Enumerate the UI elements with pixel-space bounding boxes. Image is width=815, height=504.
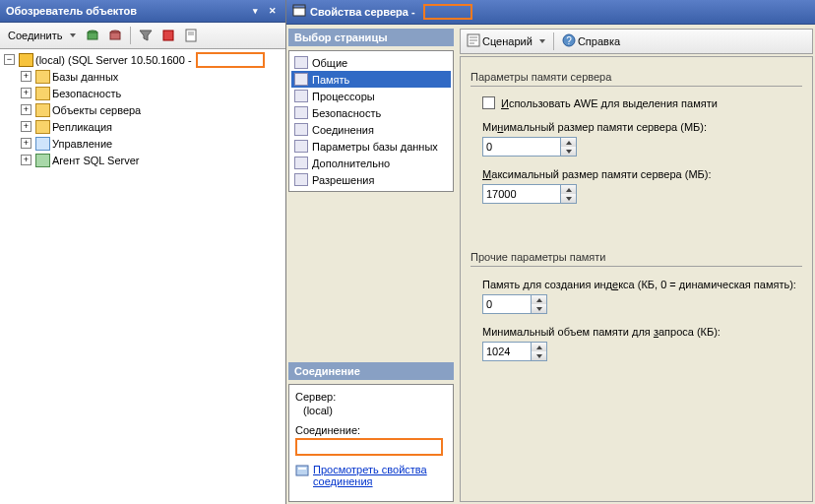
server-properties-dialog: Свойства сервера - Выбор страницы Общие … — [286, 0, 815, 504]
max-memory-label: Максимальный размер памяти сервера (МБ): — [482, 168, 802, 180]
dialog-toolbar: Сценарий ? Справка — [460, 29, 813, 54]
query-memory-label: Минимальный объем памяти для запроса (КБ… — [482, 326, 802, 338]
window-icon — [292, 4, 306, 20]
awe-checkbox[interactable] — [482, 96, 495, 109]
tree-node-management[interactable]: +Управление — [21, 135, 283, 152]
svg-rect-9 — [293, 5, 305, 8]
page-icon — [294, 90, 308, 102]
spin-down-button[interactable] — [532, 304, 546, 313]
tree-node-sql-agent[interactable]: +Агент SQL Server — [21, 152, 283, 168]
tree-node-replication[interactable]: +Репликация — [21, 118, 283, 135]
expand-icon[interactable]: + — [21, 88, 31, 98]
min-memory-label: Минимальный размер памяти сервера (МБ): — [482, 121, 802, 133]
expand-icon[interactable]: + — [21, 121, 31, 132]
object-explorer-tree[interactable]: − (local) (SQL Server 10.50.1600 - +Базы… — [0, 49, 285, 504]
conn-server-label: Сервер: — [295, 391, 447, 403]
db-disconnect-icon[interactable] — [105, 26, 125, 45]
tree-node-databases[interactable]: +Базы данных — [21, 68, 283, 85]
query-memory-input[interactable] — [482, 342, 532, 361]
page-item-memory[interactable]: Память — [291, 71, 451, 88]
page-item-connections[interactable]: Соединения — [291, 121, 451, 138]
min-memory-input[interactable] — [482, 137, 561, 157]
svg-rect-11 — [298, 468, 306, 470]
chevron-down-icon — [70, 33, 76, 37]
db-connect-icon[interactable] — [83, 26, 102, 45]
page-item-processors[interactable]: Процессоры — [291, 88, 451, 104]
page-icon — [294, 73, 308, 86]
redacted-server-name — [196, 52, 265, 68]
query-memory-stepper[interactable] — [482, 342, 802, 361]
dialog-title: Свойства сервера - — [310, 6, 415, 18]
page-icon — [294, 140, 308, 153]
memory-settings-content: Параметры памяти сервера ИИспользовать A… — [460, 56, 813, 502]
connection-header: Соединение — [288, 362, 454, 380]
expand-icon[interactable]: + — [21, 104, 31, 115]
page-item-db-settings[interactable]: Параметры базы данных — [291, 138, 451, 155]
filter-icon[interactable] — [136, 26, 156, 45]
page-icon — [294, 157, 308, 169]
svg-rect-4 — [163, 31, 173, 40]
expand-icon[interactable]: + — [21, 155, 31, 165]
page-list: Общие Память Процессоры Безопасность Сое… — [288, 50, 454, 192]
dropdown-icon[interactable]: ▾ — [248, 4, 262, 18]
page-item-permissions[interactable]: Разрешения — [291, 171, 451, 188]
close-icon[interactable]: ✕ — [266, 4, 280, 18]
report-icon[interactable] — [181, 26, 201, 45]
conn-server-value: (local) — [295, 405, 447, 416]
page-item-security[interactable]: Безопасность — [291, 104, 451, 121]
tree-node-server-objects[interactable]: +Объекты сервера — [21, 101, 283, 118]
page-icon — [294, 106, 308, 119]
min-memory-stepper[interactable] — [482, 137, 802, 157]
page-item-advanced[interactable]: Дополнительно — [291, 155, 451, 171]
help-icon: ? — [562, 33, 576, 49]
help-button[interactable]: ? Справка — [562, 33, 620, 49]
svg-text:?: ? — [566, 35, 572, 46]
spin-up-button[interactable] — [561, 138, 576, 147]
index-memory-label: Память для создания индекса (КБ, 0 = дин… — [482, 279, 802, 290]
spin-down-button[interactable] — [532, 351, 546, 360]
dialog-title-bar: Свойства сервера - — [286, 0, 815, 25]
folder-icon — [35, 103, 50, 117]
expand-icon[interactable]: + — [21, 71, 31, 82]
redacted-connection-value — [295, 438, 443, 456]
dialog-content-pane: Сценарий ? Справка Параметры памяти серв… — [460, 29, 813, 502]
svg-rect-10 — [296, 466, 308, 475]
folder-icon — [35, 120, 50, 134]
spin-down-button[interactable] — [561, 194, 576, 203]
expand-icon[interactable]: + — [21, 138, 31, 149]
spin-up-button[interactable] — [532, 295, 546, 304]
management-icon — [35, 137, 50, 151]
max-memory-stepper[interactable] — [482, 184, 802, 204]
tree-node-security[interactable]: +Безопасность — [21, 85, 283, 101]
stop-icon[interactable] — [158, 26, 178, 45]
connect-dropdown[interactable]: Соединить — [4, 29, 80, 42]
view-connection-props-link[interactable]: Просмотреть свойства соединения — [313, 464, 447, 487]
object-explorer-panel: Обозреватель объектов ▾ ✕ Соединить − (l… — [0, 0, 286, 504]
page-item-general[interactable]: Общие — [291, 54, 451, 71]
tree-root-node[interactable]: − (local) (SQL Server 10.50.1600 - — [4, 51, 283, 68]
connection-info-box: Сервер: (local) Соединение: Просмотреть … — [288, 384, 454, 502]
script-dropdown[interactable]: Сценарий — [467, 33, 545, 49]
folder-icon — [35, 87, 50, 100]
sql-agent-icon — [35, 154, 50, 167]
script-icon — [467, 33, 480, 49]
folder-icon — [35, 70, 50, 84]
object-explorer-toolbar: Соединить — [0, 23, 285, 49]
awe-label: ИИспользовать AWE для выделения памятисп… — [501, 97, 718, 109]
svg-rect-1 — [88, 32, 97, 39]
spin-up-button[interactable] — [532, 343, 546, 351]
svg-rect-5 — [186, 30, 196, 41]
max-memory-input[interactable] — [482, 184, 561, 204]
spin-up-button[interactable] — [561, 185, 576, 194]
connection-props-icon — [295, 464, 309, 479]
spin-down-button[interactable] — [561, 147, 576, 156]
chevron-down-icon — [539, 39, 545, 43]
object-explorer-title-bar: Обозреватель объектов ▾ ✕ — [0, 0, 285, 23]
index-memory-stepper[interactable] — [482, 294, 802, 314]
page-icon — [294, 56, 308, 69]
redacted-dialog-server-name — [423, 4, 472, 20]
collapse-icon[interactable]: − — [4, 54, 15, 65]
index-memory-input[interactable] — [482, 294, 532, 314]
awe-checkbox-row[interactable]: ИИспользовать AWE для выделения памятисп… — [482, 96, 802, 109]
group-server-memory: Параметры памяти сервера — [470, 71, 802, 87]
